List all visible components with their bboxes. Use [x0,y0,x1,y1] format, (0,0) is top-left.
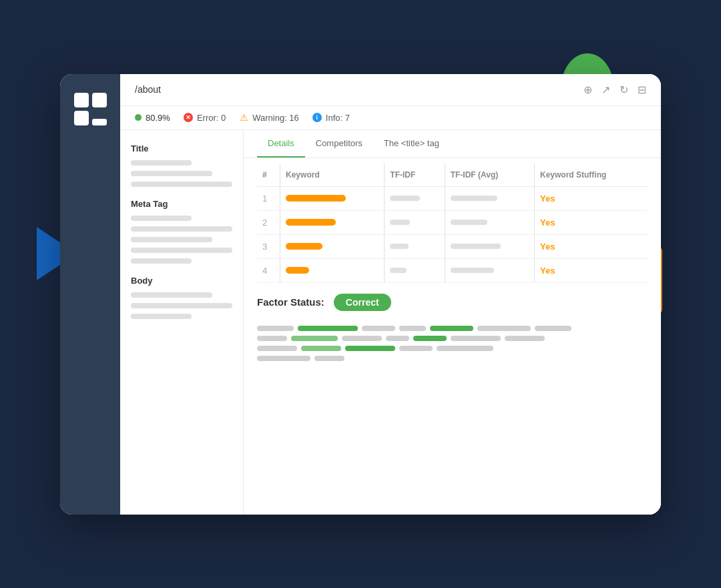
row-num-0: 1 [257,186,280,210]
col-tfidf-avg: TF-IDF (Avg) [445,164,534,187]
title-section: Title [131,143,232,187]
row-stuffing-2: Yes [535,234,648,258]
tl-4 [399,326,426,331]
text-row-2 [257,336,648,341]
title-line-3 [131,182,232,187]
row-keyword-2 [280,234,384,258]
score-value: 80.9% [146,113,170,123]
tl-10 [342,336,382,341]
status-bar: 80.9% ✕ Error: 0 ⚠ Warning: 16 i Info: 7 [120,106,661,130]
body-line-1 [131,292,212,298]
tl-19 [437,346,493,351]
tl-2 [298,326,358,331]
warning-icon: ⚠ [239,113,248,122]
tl-16 [301,346,341,351]
error-label: Error: 0 [197,113,226,123]
tab-competitors[interactable]: Competitors [305,130,373,158]
row-tfidf-avg-1 [445,210,534,234]
meta-line-2 [131,226,232,232]
meta-section: Meta Tag [131,199,232,264]
tab-details[interactable]: Details [257,130,305,158]
tab-bar: Details Competitors The <title> tag [244,130,661,158]
score-dot [135,114,142,121]
row-stuffing-0: Yes [535,186,648,210]
tl-20 [257,356,310,361]
avg-bar-3 [451,268,494,273]
row-tfidf-avg-0 [445,186,534,210]
tl-15 [257,346,297,351]
title-line-2 [131,171,212,176]
text-row-1 [257,326,648,331]
tl-11 [386,336,409,341]
tfidf-bar-2 [390,244,409,249]
row-stuffing-1: Yes [535,210,648,234]
tl-21 [314,356,344,361]
meta-line-5 [131,258,192,264]
row-tfidf-avg-3 [445,258,534,282]
logo-block-br [92,119,107,125]
tab-title-tag[interactable]: The <title> tag [373,130,450,158]
correct-badge: Correct [334,294,391,311]
table-row: 1 Yes [257,186,648,210]
col-stuffing: Keyword Stuffing [535,164,648,187]
title-section-header: Title [131,143,232,154]
body-section-header: Body [131,276,232,286]
logo-block-bl [74,111,89,125]
share-icon[interactable]: ↗ [602,83,610,96]
row-num-3: 4 [257,258,280,282]
tfidf-bar-3 [390,268,407,273]
tl-18 [399,346,433,351]
info-icon: i [312,113,322,122]
body-line-2 [131,303,232,308]
main-content: /about ⊕ ↗ ↻ ⊟ 80.9% ✕ Error: 0 ⚠ Warnin… [120,74,661,515]
warning-label: Warning: 16 [252,113,299,123]
tl-3 [362,326,395,331]
url-toolbar: ⊕ ↗ ↻ ⊟ [583,83,646,96]
logo-block-tr [92,93,107,107]
logo-block-tl [74,93,89,107]
tl-14 [505,336,545,341]
text-row-4 [257,356,648,361]
factor-status-bar: Factor Status: Correct [244,283,661,322]
content-area: Title Meta Tag Body [120,130,661,515]
error-icon: ✕ [184,113,193,122]
tl-13 [451,336,501,341]
row-keyword-1 [280,210,384,234]
tl-12 [413,336,447,341]
tl-1 [257,326,294,331]
refresh-icon[interactable]: ↻ [620,83,628,96]
tl-5 [430,326,473,331]
tl-9 [291,336,338,341]
info-status: i Info: 7 [312,113,350,123]
table-row: 4 Yes [257,258,648,282]
left-panel: Title Meta Tag Body [120,130,244,515]
row-tfidf-avg-2 [445,234,534,258]
add-icon[interactable]: ⊕ [583,83,592,96]
meta-line-4 [131,248,232,253]
url-display: /about [135,84,573,95]
tfidf-bar-1 [390,220,410,225]
row-num-2: 3 [257,234,280,258]
score-status: 80.9% [135,113,170,123]
error-status: ✕ Error: 0 [184,113,226,123]
main-card: /about ⊕ ↗ ↻ ⊟ 80.9% ✕ Error: 0 ⚠ Warnin… [60,74,661,515]
avg-bar-1 [451,220,487,225]
keyword-table-area: # Keyword TF-IDF TF-IDF (Avg) Keyword St… [244,164,661,283]
row-num-1: 2 [257,210,280,234]
factor-label: Factor Status: [257,296,324,308]
row-tfidf-3 [385,258,444,282]
text-row-3 [257,346,648,351]
title-line-1 [131,160,192,166]
col-tfidf: TF-IDF [385,164,444,187]
row-tfidf-1 [385,210,444,234]
keyword-bar-1 [286,219,336,226]
tl-8 [257,336,287,341]
row-stuffing-3: Yes [535,258,648,282]
bookmark-icon[interactable]: ⊟ [638,83,646,96]
warning-status: ⚠ Warning: 16 [239,113,299,123]
avg-bar-0 [451,196,497,201]
row-tfidf-0 [385,186,444,210]
col-keyword: Keyword [280,164,384,187]
avg-bar-2 [451,244,501,249]
body-line-3 [131,314,192,319]
